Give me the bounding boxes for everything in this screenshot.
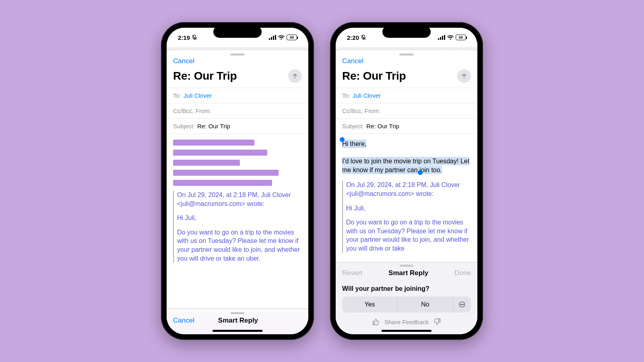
done-button[interactable]: Done: [454, 269, 471, 277]
share-feedback-button[interactable]: Share Feedback: [384, 319, 429, 325]
status-time: 2:19: [178, 34, 190, 41]
dynamic-island: [382, 26, 431, 38]
selection-handle-start[interactable]: [340, 137, 345, 142]
followup-question: Will your partner be joining?: [342, 281, 471, 296]
svg-point-11: [463, 304, 464, 305]
toolbar-title: Smart Reply: [218, 317, 258, 325]
sheet-grabber[interactable]: [399, 53, 414, 56]
dnd-icon: [192, 35, 197, 40]
toolbar-grabber[interactable]: [231, 312, 244, 314]
subject-label: Subject:: [342, 123, 364, 130]
svg-rect-3: [275, 35, 276, 40]
to-field[interactable]: To: Juli Clover: [167, 88, 308, 103]
svg-rect-4: [438, 38, 439, 40]
svg-point-9: [460, 304, 461, 305]
toolbar-cancel-button[interactable]: Cancel: [173, 317, 194, 325]
quote-body: Do you want to go on a trip to the movie…: [177, 228, 302, 263]
battery-indicator: 68: [456, 35, 466, 40]
home-indicator[interactable]: [382, 330, 431, 332]
to-label: To:: [342, 92, 350, 99]
screen: 2:19 68 Cancel Re: Our Trip: [167, 28, 308, 334]
wifi-icon: [278, 35, 285, 40]
quote-greeting: Hi Juli,: [177, 214, 302, 222]
wifi-icon: [447, 35, 454, 40]
home-indicator[interactable]: [213, 330, 262, 332]
ellipsis-icon: [458, 301, 466, 308]
quote-attribution: On Jul 29, 2024, at 2:18 PM, Juli Clover…: [177, 191, 302, 208]
compose-sheet: Cancel Re: Our Trip To: Juli Clover Cc/B…: [336, 50, 477, 334]
to-field[interactable]: To: Juli Clover: [336, 88, 477, 103]
subject-field[interactable]: Subject: Re: Our Trip: [167, 119, 308, 134]
cc-label: Cc/Bcc, From:: [173, 107, 211, 114]
answer-chips: Yes No: [342, 296, 471, 313]
phone-frame-right: 2:20 68 Cancel Re: Our Trip: [330, 22, 483, 340]
subject-field[interactable]: Subject: Re: Our Trip: [336, 119, 477, 134]
status-time: 2:20: [347, 34, 359, 41]
svg-rect-1: [271, 37, 272, 40]
cc-label: Cc/Bcc, From:: [342, 107, 380, 114]
svg-rect-0: [269, 38, 270, 40]
more-options-button[interactable]: [453, 296, 471, 313]
cancel-button[interactable]: Cancel: [173, 57, 194, 65]
message-body[interactable]: On Jul 29, 2024, at 2:18 PM, Juli Clover…: [167, 134, 308, 309]
subject-value: Re: Our Trip: [366, 123, 399, 130]
signal-icon: [269, 35, 276, 40]
quote-greeting: Hi Juli,: [346, 204, 471, 213]
cc-bcc-from-field[interactable]: Cc/Bcc, From:: [167, 103, 308, 119]
selection-handle-end[interactable]: [418, 170, 423, 175]
reply-body: I'd love to join the movie trip on Tuesd…: [342, 158, 469, 173]
smart-reply-panel: Revert Smart Reply Done Will your partne…: [336, 262, 477, 334]
redacted-placeholder: [173, 140, 302, 186]
sheet-grabber[interactable]: [230, 53, 245, 56]
subject-label: Subject:: [173, 123, 195, 130]
to-label: To:: [173, 92, 181, 99]
send-button[interactable]: [457, 69, 471, 83]
svg-rect-7: [444, 35, 445, 40]
phone-frame-left: 2:19 68 Cancel Re: Our Trip: [161, 22, 314, 340]
dynamic-island: [213, 26, 262, 38]
dnd-icon: [361, 35, 366, 40]
panel-title: Smart Reply: [388, 269, 428, 277]
signal-icon: [438, 35, 445, 40]
compose-sheet: Cancel Re: Our Trip To: Juli Clover Cc/B…: [167, 50, 308, 334]
to-recipient[interactable]: Juli Clover: [353, 92, 381, 99]
thumbs-up-icon[interactable]: [372, 318, 380, 325]
screen: 2:20 68 Cancel Re: Our Trip: [336, 28, 477, 334]
send-button[interactable]: [288, 69, 302, 83]
reply-greeting: Hi there,: [342, 140, 366, 147]
subject-value: Re: Our Trip: [197, 123, 230, 130]
answer-yes-button[interactable]: Yes: [342, 296, 398, 313]
cc-bcc-from-field[interactable]: Cc/Bcc, From:: [336, 103, 477, 119]
to-recipient[interactable]: Juli Clover: [184, 92, 212, 99]
revert-button[interactable]: Revert: [342, 269, 362, 277]
quoted-message: On Jul 29, 2024, at 2:18 PM, Juli Clover…: [342, 181, 471, 253]
compose-title: Re: Our Trip: [173, 70, 237, 82]
battery-indicator: 68: [287, 35, 297, 40]
panel-grabber[interactable]: [400, 265, 413, 267]
quote-body: Do you want to go on a trip to the movie…: [346, 218, 471, 253]
svg-point-10: [462, 304, 462, 305]
thumbs-down-icon[interactable]: [433, 318, 441, 325]
cancel-button[interactable]: Cancel: [342, 57, 363, 65]
message-body[interactable]: Hi there, I'd love to join the movie tri…: [336, 134, 477, 262]
svg-rect-5: [440, 37, 441, 40]
svg-rect-2: [273, 36, 274, 40]
quote-attribution: On Jul 29, 2024, at 2:18 PM, Juli Clover…: [346, 181, 471, 198]
quoted-message: On Jul 29, 2024, at 2:18 PM, Juli Clover…: [173, 191, 302, 263]
svg-rect-6: [442, 36, 443, 40]
feedback-row: Share Feedback: [342, 313, 471, 329]
answer-no-button[interactable]: No: [398, 296, 453, 313]
selected-text: Hi there, I'd love to join the movie tri…: [342, 140, 469, 174]
compose-title: Re: Our Trip: [342, 70, 406, 82]
